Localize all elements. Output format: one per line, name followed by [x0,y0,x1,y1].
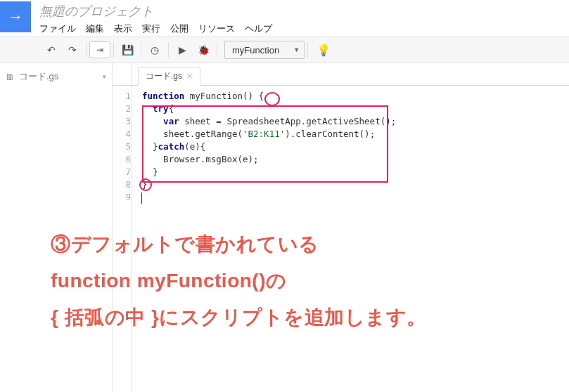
function-select-label: myFunction [232,45,279,55]
undo-button[interactable]: ↶ [41,41,62,59]
line-number: 5 [113,141,131,153]
run-button[interactable]: ▶ [172,41,193,59]
separator [217,42,217,58]
code-line [142,191,396,204]
redo-icon: ↷ [68,44,77,55]
lightbulb-icon: 💡 [317,44,331,56]
line-number-gutter: 1 2 3 4 5 6 7 8 9 [113,90,136,204]
undo-icon: ↶ [47,44,56,55]
editor-tab-strip: コード.gs ✕ [113,63,569,86]
keyword: try [153,103,169,114]
close-icon[interactable]: ✕ [186,72,193,81]
menu-edit[interactable]: 編集 [86,22,104,35]
code-text [142,116,163,126]
code-text: ).clearContent(); [285,129,375,139]
bug-icon: 🐞 [198,44,210,55]
function-select[interactable]: myFunction ▼ [224,41,305,59]
code-text: sheet = SpreadsheetApp.getActiveSheet(); [179,116,397,126]
code-content[interactable]: function myFunction() { try{ var sheet =… [136,90,396,204]
code-line: try{ [142,103,396,115]
code-text: } [142,179,148,190]
code-line: } [142,178,396,191]
arrow-right-icon: → [8,9,23,25]
code-line: } [142,166,396,178]
code-text: Browser.msgBox(e); [142,154,259,164]
code-text: myFunction() { [184,91,264,101]
separator [113,42,114,58]
work-area: 🗎 コード.gs ▾ コード.gs ✕ 1 2 3 4 5 6 7 8 9 [0,63,569,392]
separator [307,42,308,58]
line-number: 8 [113,178,131,191]
line-number: 1 [113,90,131,103]
sidebar-file-label: コード.gs [19,70,58,83]
line-number: 7 [113,166,131,178]
keyword: catch [158,141,185,152]
toolbar: ↶ ↷ ⇥ 💾 ◷ ▶ 🐞 myFunction ▼ 💡 [0,37,569,63]
app-header: → 無題のプロジェクト ファイル 編集 表示 実行 公開 リソース ヘルプ [0,0,569,37]
menu-resources[interactable]: リソース [198,22,235,35]
separator [86,42,87,58]
code-text: } [142,141,158,152]
line-number: 4 [113,128,131,141]
title-and-menus: 無題のプロジェクト ファイル 編集 表示 実行 公開 リソース ヘルプ [31,1,272,35]
save-icon: 💾 [122,44,134,55]
separator [141,42,141,58]
debug-button[interactable]: 🐞 [193,41,214,59]
line-number: 6 [113,153,131,166]
code-text: { [169,103,174,114]
editor-pane: コード.gs ✕ 1 2 3 4 5 6 7 8 9 function [113,63,569,392]
indent-button[interactable]: ⇥ [89,41,110,58]
clock-icon: ◷ [151,44,159,55]
line-number: 2 [113,103,131,115]
editor-tab-label: コード.gs [146,70,182,82]
line-number: 9 [113,191,131,204]
app-logo[interactable]: → [0,1,31,32]
lightbulb-button[interactable]: 💡 [317,44,331,57]
keyword: function [142,91,184,101]
code-text: } [142,166,158,177]
string-literal: 'B2:K11' [243,129,285,139]
menu-view[interactable]: 表示 [114,22,132,35]
code-line: function myFunction() { [142,90,396,103]
code-line: var sheet = SpreadsheetApp.getActiveShee… [142,115,396,128]
text-cursor [141,192,142,204]
file-icon: 🗎 [6,72,15,82]
code-line: sheet.getRange('B2:K11').clearContent(); [142,128,396,141]
separator [168,42,169,58]
menu-bar: ファイル 編集 表示 実行 公開 リソース ヘルプ [39,22,272,35]
save-button[interactable]: 💾 [117,41,138,59]
code-text: sheet.getRange( [142,129,243,139]
caret-down-icon: ▾ [103,73,106,80]
menu-help[interactable]: ヘルプ [245,22,272,35]
play-icon: ▶ [179,44,186,55]
triggers-button[interactable]: ◷ [144,41,165,59]
editor-tab[interactable]: コード.gs ✕ [138,67,200,86]
code-text [142,103,153,114]
menu-run[interactable]: 実行 [142,22,160,35]
code-line: }catch(e){ [142,141,396,153]
file-sidebar: 🗎 コード.gs ▾ [0,63,113,392]
menu-file[interactable]: ファイル [39,22,76,35]
project-title[interactable]: 無題のプロジェクト [39,3,272,20]
sidebar-file-item[interactable]: 🗎 コード.gs ▾ [0,67,112,86]
redo-button[interactable]: ↷ [62,41,83,59]
code-text: (e){ [184,141,205,152]
caret-down-icon: ▼ [293,46,300,53]
keyword: var [163,116,179,126]
indent-icon: ⇥ [96,45,103,55]
code-editor[interactable]: 1 2 3 4 5 6 7 8 9 function myFunction() … [113,86,569,204]
line-number: 3 [113,115,131,128]
code-line: Browser.msgBox(e); [142,153,396,166]
menu-publish[interactable]: 公開 [170,22,188,35]
